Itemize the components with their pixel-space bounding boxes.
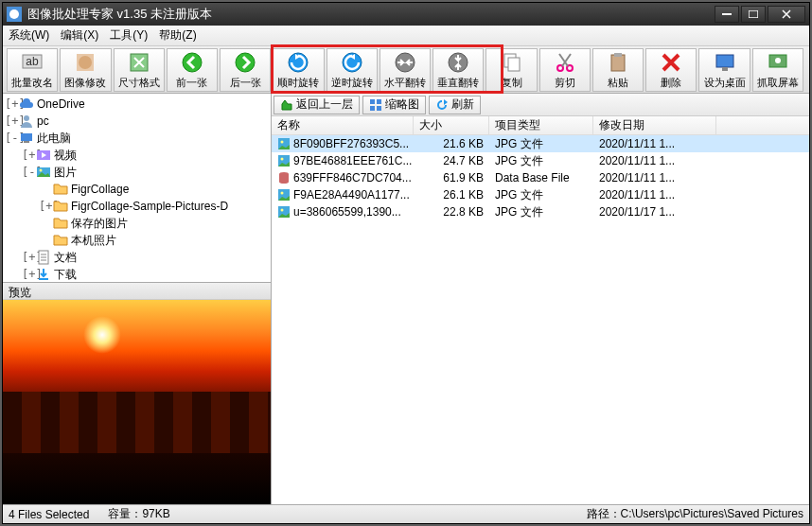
rotate-ccw-button[interactable]: 逆时旋转: [327, 48, 378, 92]
expand-icon[interactable]: [-]: [22, 166, 33, 179]
tree-item[interactable]: [-]此电脑: [5, 130, 269, 147]
tree-item[interactable]: 本机照片: [5, 232, 269, 249]
copy-icon: [501, 51, 523, 74]
svg-rect-33: [370, 99, 375, 104]
file-list[interactable]: 名称 大小 项目类型 修改日期 8F090BFF276393C5...21.6 …: [272, 116, 809, 504]
svg-point-1: [9, 9, 19, 19]
video-icon: [36, 148, 51, 163]
copy-button[interactable]: 复制: [485, 48, 537, 92]
expand-icon[interactable]: [+]: [5, 97, 16, 111]
svg-point-24: [775, 58, 781, 63]
folder-icon: [53, 199, 68, 214]
paste-icon: [607, 51, 629, 74]
svg-point-30: [40, 169, 43, 172]
expand-icon[interactable]: [+]: [39, 200, 50, 213]
svg-rect-27: [24, 141, 29, 143]
set-desktop-button[interactable]: 设为桌面: [698, 48, 750, 92]
image-edit-button[interactable]: 图像修改: [60, 48, 111, 92]
status-path: 路径：C:\Users\pc\Pictures\Saved Pictures: [587, 506, 803, 522]
paste-button[interactable]: 粘贴: [592, 48, 644, 92]
flip-v-button[interactable]: 垂直翻转: [432, 48, 484, 92]
expand-icon[interactable]: [+]: [5, 114, 16, 128]
prev-icon: [181, 51, 203, 74]
docs-icon: [36, 250, 51, 265]
set-desktop-icon: [714, 51, 736, 74]
flip-h-icon: [394, 51, 416, 74]
size-format-button[interactable]: 尺寸格式: [114, 48, 165, 92]
cut-icon: [554, 51, 576, 74]
refresh-button[interactable]: 刷新: [429, 96, 481, 114]
delete-button[interactable]: 删除: [645, 48, 697, 92]
preview-pane: [3, 300, 271, 504]
menu-system[interactable]: 系统(W): [9, 27, 49, 44]
grid-icon: [369, 98, 382, 112]
svg-rect-3: [749, 10, 758, 18]
svg-rect-21: [716, 55, 733, 67]
svg-text:ab: ab: [26, 55, 39, 68]
menu-help[interactable]: 帮助(Z): [159, 27, 196, 44]
tree-item[interactable]: [+]文档: [5, 249, 269, 266]
rotate-cw-button[interactable]: 顺时旋转: [273, 48, 324, 92]
file-icon: [277, 188, 291, 202]
cut-button[interactable]: 剪切: [539, 48, 591, 92]
expand-icon[interactable]: [+]: [22, 268, 33, 281]
tree-item[interactable]: [+]视频: [5, 147, 269, 164]
next-button[interactable]: 后一张: [220, 48, 271, 92]
preview-image: [3, 300, 271, 504]
minimize-button[interactable]: [715, 6, 739, 23]
tree-item[interactable]: [+]pc: [5, 113, 269, 130]
tree-item[interactable]: [+]FigrCollage-Sample-Pictures-D: [5, 198, 269, 215]
batch-rename-icon: ab: [21, 51, 44, 74]
menu-edit[interactable]: 编辑(X): [61, 27, 98, 44]
cloud-icon: [19, 96, 34, 112]
status-selected: 4 Files Selected: [9, 508, 89, 521]
file-icon: [277, 137, 291, 150]
up-button[interactable]: 返回上一层: [274, 96, 360, 114]
thumbnail-button[interactable]: 缩略图: [362, 96, 426, 114]
file-row[interactable]: 8F090BFF276393C5...21.6 KBJPG 文件2020/11/…: [272, 135, 809, 152]
file-row[interactable]: 97BE46881EEE761C...24.7 KBJPG 文件2020/11/…: [272, 152, 809, 169]
file-row[interactable]: u=386065599,1390...22.8 KBJPG 文件2020/11/…: [272, 203, 809, 220]
svg-rect-16: [508, 58, 520, 71]
tree-item[interactable]: 保存的图片: [5, 215, 269, 232]
expand-icon[interactable]: [+]: [22, 149, 33, 162]
file-row[interactable]: F9AE28A4490A1177...26.1 KBJPG 文件2020/11/…: [272, 186, 809, 203]
capture-button[interactable]: 抓取屏幕: [752, 48, 803, 92]
col-size[interactable]: 大小: [414, 116, 489, 134]
expand-icon[interactable]: [+]: [22, 251, 33, 264]
file-row[interactable]: 639FFF846C7DC704...61.9 KBData Base File…: [272, 169, 809, 186]
svg-point-7: [79, 56, 92, 69]
maximize-button[interactable]: [741, 6, 766, 23]
svg-rect-34: [377, 99, 381, 104]
batch-rename-button[interactable]: ab批量改名: [7, 48, 58, 92]
expand-icon[interactable]: [-]: [5, 132, 16, 145]
tree-item[interactable]: [+]下载: [5, 266, 269, 283]
flip-h-button[interactable]: 水平翻转: [380, 48, 431, 92]
file-list-header[interactable]: 名称 大小 项目类型 修改日期: [272, 116, 809, 135]
svg-point-25: [24, 115, 29, 121]
col-type[interactable]: 项目类型: [489, 116, 593, 134]
close-button[interactable]: [768, 6, 805, 23]
tree-item[interactable]: [-]图片: [5, 164, 269, 181]
svg-point-40: [281, 158, 284, 161]
preview-header: 预览: [3, 283, 271, 300]
col-name[interactable]: 名称: [272, 116, 414, 134]
user-icon: [19, 114, 34, 129]
tree-item[interactable]: FigrCollage: [5, 181, 269, 198]
svg-point-10: [236, 53, 255, 72]
sub-toolbar: 返回上一层 缩略图 刷新: [272, 94, 809, 116]
status-capacity: 容量：97KB: [108, 506, 169, 522]
menubar: 系统(W) 编辑(X) 工具(Y) 帮助(Z): [3, 26, 809, 46]
col-date[interactable]: 修改日期: [593, 116, 716, 134]
menu-tools[interactable]: 工具(Y): [110, 27, 148, 44]
svg-rect-19: [611, 55, 625, 71]
svg-rect-26: [21, 133, 32, 141]
folder-icon: [53, 233, 68, 248]
size-format-icon: [128, 51, 150, 74]
tree-item[interactable]: [+]OneDrive: [5, 96, 269, 113]
window-title: 图像批处理专家 v1.35 未注册版本: [27, 6, 713, 23]
prev-button[interactable]: 前一张: [167, 48, 218, 92]
folder-tree[interactable]: [+]OneDrive[+]pc[-]此电脑[+]视频[-]图片FigrColl…: [3, 94, 271, 283]
image-edit-icon: [74, 51, 97, 74]
up-icon: [280, 98, 293, 112]
